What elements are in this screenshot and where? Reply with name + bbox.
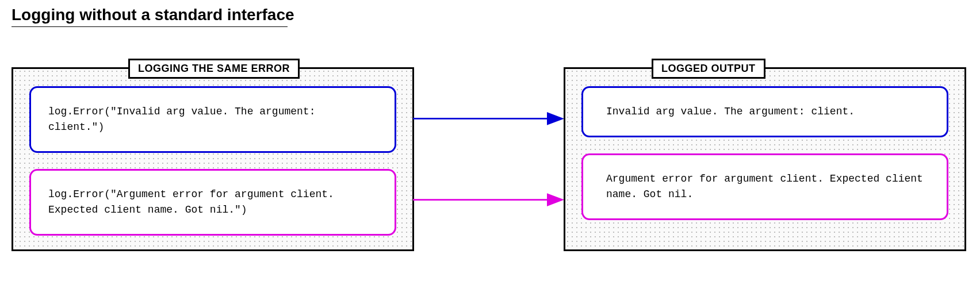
code-box-output-1: Invalid arg value. The argument: client. [581,86,948,137]
panel-logging-same-error: LOGGING THE SAME ERROR log.Error("Invali… [12,67,414,251]
code-box-input-1: log.Error("Invalid arg value. The argume… [29,86,396,153]
panel-logged-output: LOGGED OUTPUT Invalid arg value. The arg… [564,67,966,251]
code-box-output-2: Argument error for argument client. Expe… [581,153,948,220]
diagram-title: Logging without a standard interface [12,6,968,24]
diagram-container: LOGGING THE SAME ERROR log.Error("Invali… [12,67,968,251]
panel-label-left: LOGGING THE SAME ERROR [128,59,300,79]
panel-label-right: LOGGED OUTPUT [652,59,765,79]
title-underline [12,26,288,27]
arrow-connections [414,67,564,251]
code-box-input-2: log.Error("Argument error for argument c… [29,169,396,236]
arrows-gap [414,67,564,251]
